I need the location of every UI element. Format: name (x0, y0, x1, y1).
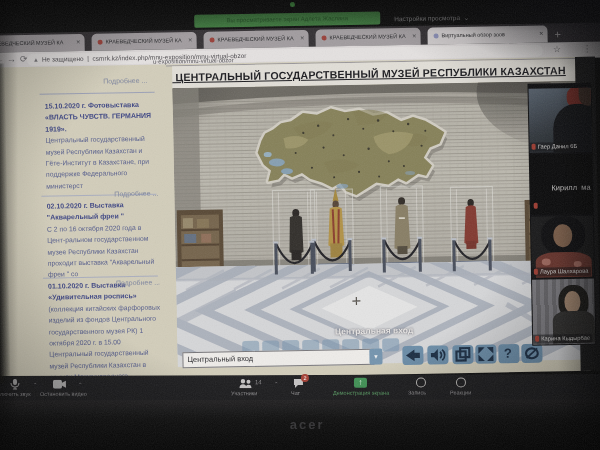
svg-text:?: ? (504, 346, 512, 360)
